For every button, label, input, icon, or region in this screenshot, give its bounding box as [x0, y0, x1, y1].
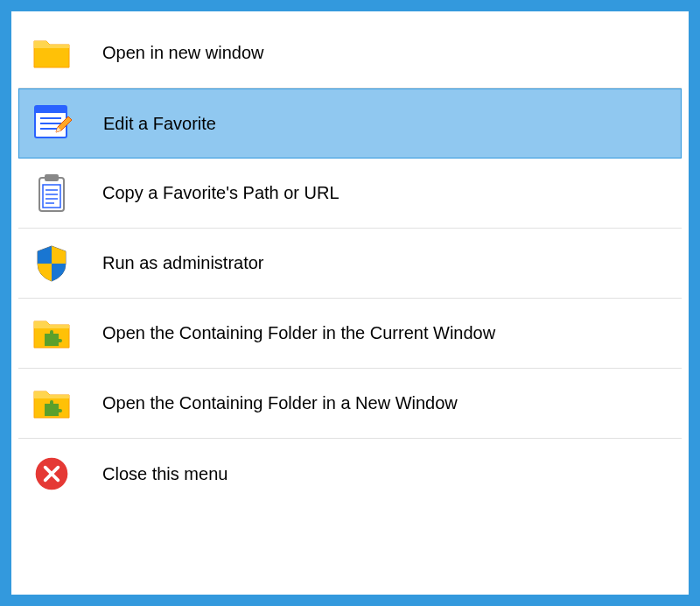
context-menu: Open in new window Edit a Favorite [11, 11, 689, 595]
svg-rect-1 [35, 106, 66, 113]
folder-puzzle-icon [27, 309, 76, 358]
svg-rect-7 [43, 185, 60, 208]
menu-item-open-containing-current[interactable]: Open the Containing Folder in the Curren… [18, 299, 682, 369]
menu-item-label: Open in new window [102, 43, 264, 63]
svg-rect-6 [45, 174, 59, 181]
menu-item-label: Copy a Favorite's Path or URL [102, 183, 340, 203]
menu-item-label: Open the Containing Folder in the Curren… [102, 323, 495, 343]
folder-puzzle-icon [27, 379, 76, 428]
menu-item-open-new-window[interactable]: Open in new window [18, 18, 682, 88]
shield-icon [27, 239, 76, 288]
menu-item-label: Close this menu [102, 464, 228, 484]
close-circle-icon [27, 449, 76, 498]
menu-item-copy-path[interactable]: Copy a Favorite's Path or URL [18, 159, 682, 229]
clipboard-icon [27, 169, 76, 218]
menu-item-label: Run as administrator [102, 253, 264, 273]
folder-icon [27, 29, 76, 78]
edit-list-icon [28, 99, 77, 148]
menu-item-label: Edit a Favorite [103, 114, 216, 134]
menu-item-open-containing-new[interactable]: Open the Containing Folder in a New Wind… [18, 369, 682, 439]
menu-item-close-menu[interactable]: Close this menu [18, 439, 682, 509]
menu-item-run-admin[interactable]: Run as administrator [18, 229, 682, 299]
watermark: LO4D.com [616, 575, 681, 590]
menu-item-edit-favorite[interactable]: Edit a Favorite [18, 88, 682, 159]
menu-item-label: Open the Containing Folder in a New Wind… [102, 393, 458, 413]
